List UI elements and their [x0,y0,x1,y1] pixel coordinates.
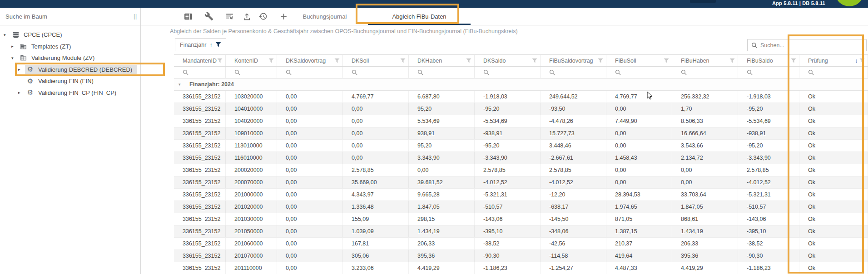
column-header-dksoll[interactable]: DKSoll [343,55,409,66]
tree-search-input[interactable] [0,8,109,25]
table-row[interactable]: 336155_231522011100000,003.233,064.419,2… [174,262,868,274]
column-filter-input-fibusaldo[interactable] [738,67,799,78]
table-cell: 0,00 [409,164,475,176]
column-filter-icon[interactable] [532,58,537,64]
table-row[interactable]: 336155_231521040100000,000,0095,20-95,20… [174,103,868,115]
column-filter-input-dksaldovortrag[interactable] [277,67,343,78]
column-filter-input-dksoll[interactable] [343,67,409,78]
column-filter-icon[interactable] [791,58,796,64]
table-cell: Ok [799,176,868,188]
table-row[interactable]: 336155_231521040200000,000,005.534,69-5.… [174,115,868,127]
table-search [747,39,867,51]
tree-item-templates-zt[interactable]: ▸Templates (ZT) [0,41,140,53]
column-filter-icon[interactable] [334,58,340,64]
expand-node-icon[interactable]: ▸ [18,90,25,95]
table-row[interactable]: 336155_231522010600000,00167,81206,33-38… [174,238,868,250]
column-filter-icon[interactable] [664,58,669,64]
column-filter-input-mandantenid[interactable] [174,67,226,78]
table-cell: 109010000 [226,127,277,139]
table-row[interactable]: 336155_231521090100000,000,00938,91-938,… [174,127,868,140]
column-header-fibusoll[interactable]: FiBuSoll [606,55,672,66]
tree-item-body[interactable]: ⚙Validierung FIN_CP (FIN_CP) [25,88,121,97]
wrench-icon[interactable] [204,12,214,21]
column-header-prüfung[interactable]: Prüfung↓ [799,55,868,66]
table-row[interactable]: 336155_231522000700000,0035.669,0039.681… [174,176,868,189]
table-row[interactable]: 336155_231521160100000,000,003.343,90-3.… [174,152,868,164]
table-cell: 0,00 [606,103,672,115]
tab-buchungsjournal[interactable]: Buchungsjournal [286,8,363,25]
expand-node-icon[interactable]: ▸ [18,67,25,72]
table-row[interactable]: 336155_231522010200000,001.336,481.847,0… [174,201,868,213]
table-cell: -4.478,26 [541,115,606,127]
table-row[interactable]: 336155_231522010500000,001.039,091.434,1… [174,225,868,238]
tree-item-validierung-fin-fin[interactable]: ⚙Validierung FIN (FIN) [0,75,140,87]
table-cell: 0,00 [277,103,343,115]
column-filter-icon[interactable] [729,58,735,64]
table-row[interactable]: 336155_231522010700000,00305,06395,36-90… [174,250,868,262]
tree-item-body[interactable]: Templates (ZT) [18,42,75,51]
column-header-mandantenid[interactable]: MandantenID [174,55,226,66]
column-header-dksaldovortrag[interactable]: DKSaldovortrag [277,55,343,66]
table-row[interactable]: 336155_231522000200000,002.578,850,002.5… [174,164,868,176]
column-header-fibuhaben[interactable]: FiBuHaben [672,55,738,66]
column-filter-icon[interactable] [268,58,274,64]
column-filter-input-fibusoll[interactable] [606,67,672,78]
table-row[interactable]: 336155_231522010300000,00155,09298,15-14… [174,213,868,225]
tree-item-body[interactable]: ⚙Validierung DEBCRED (DEBCRED) [25,65,137,74]
tree-item-body[interactable]: CPCE (CPCE) [10,30,67,39]
tree-item-validierung-fin-cp-fin-cp[interactable]: ▸⚙Validierung FIN_CP (FIN_CP) [0,87,140,99]
column-filter-input-kontenid[interactable] [226,67,277,78]
table-search-input[interactable] [760,42,842,49]
column-filter-input-fibuhaben[interactable] [672,67,738,78]
collapse-node-icon[interactable]: ▾ [11,56,18,60]
building-icon [20,43,27,50]
group-by-chip[interactable]: Finanzjahr ↑ [175,38,226,51]
column-filter-input-fibusaldovortrag[interactable] [541,67,606,78]
tree-item-cpce-cpce[interactable]: ▾CPCE (CPCE) [0,29,140,41]
export-icon[interactable] [242,12,252,21]
details-panel-icon[interactable] [184,12,193,21]
table-row[interactable]: 336155_231521130100000,000,0095,20-95,20… [174,140,868,152]
tree-item-label: Validierung DEBCRED (DEBCRED) [38,66,132,73]
collapse-group-icon[interactable]: ▾ [179,82,189,87]
filter-icon[interactable] [215,42,221,48]
tree-item-validierung-module-zv[interactable]: ▾Validierung Module (ZV) [0,52,140,64]
tree-item-validierung-debcred-debcred[interactable]: ▸⚙Validierung DEBCRED (DEBCRED) [0,64,140,76]
table-cell: 1.434,19 [409,225,475,237]
tree-item-body[interactable]: Validierung Module (ZV) [18,54,99,63]
table-cell: 8.506,33 [672,115,738,127]
column-filter-icon[interactable] [400,58,406,64]
column-filter-icon[interactable] [598,58,603,64]
column-filter-icon[interactable] [859,58,865,64]
column-filter-icon[interactable] [217,58,223,64]
column-filter-input-dksaldo[interactable] [475,67,541,78]
table-cell: 0,00 [606,164,672,176]
column-filter-input-dkhaben[interactable] [409,67,475,78]
reorder-rows-icon[interactable] [225,12,235,21]
column-filter-input-prüfung[interactable] [799,67,868,78]
tab-abgleich-fibu-daten[interactable]: Abgleich FiBu-Daten [368,8,471,25]
history-icon[interactable] [258,12,268,21]
table-cell: 0,00 [672,164,738,176]
table-cell: 201110000 [226,262,277,274]
expand-node-icon[interactable]: ▸ [11,44,18,49]
tree-item-label: Templates (ZT) [31,43,71,50]
column-header-fibusaldovortrag[interactable]: FiBuSaldovortrag [541,55,606,66]
column-header-dksaldo[interactable]: DKSaldo [475,55,541,66]
collapse-node-icon[interactable]: ▾ [4,33,10,37]
sidebar-resize-handle[interactable]: || [134,13,138,20]
tree-item-body[interactable]: ⚙Validierung FIN (FIN) [25,77,98,86]
column-header-kontenid[interactable]: KontenID [226,55,277,66]
table-row[interactable]: 336155_231522010000000,004.343,979.665,2… [174,189,868,201]
status-badge[interactable] [835,0,864,6]
column-header-fibusaldo[interactable]: FiBuSaldo [738,55,799,66]
column-filter-icon[interactable] [466,58,471,64]
table-cell: -38,52 [738,238,799,250]
table-cell: Ok [799,250,868,262]
column-header-label: FiBuSaldo [747,58,791,64]
table-row[interactable]: 336155_231521030200000,004.769,776.687,8… [174,91,868,103]
group-row[interactable]: ▾ Finanzjahr: 2024 [174,78,868,91]
column-header-dkhaben[interactable]: DKHaben [409,55,475,66]
table-cell: 1.039,09 [343,225,409,237]
table-cell: 206,33 [672,238,738,250]
